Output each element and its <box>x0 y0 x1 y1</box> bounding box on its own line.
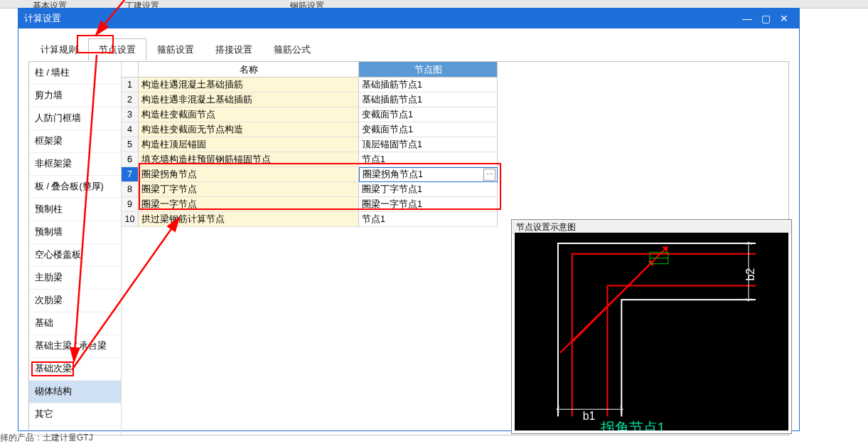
b2-label: b2 <box>744 268 756 281</box>
sidebar-item-secrib[interactable]: 次肋梁 <box>29 290 121 312</box>
sidebar-item-shearwall[interactable]: 剪力墙 <box>29 85 121 107</box>
sidebar-item-hollow-slab[interactable]: 空心楼盖板 <box>29 244 121 267</box>
sidebar-item-precast-wall[interactable]: 预制墙 <box>29 221 121 244</box>
sidebar-item-doorframe[interactable]: 人防门框墙 <box>29 107 121 130</box>
tab-stirrup-formula[interactable]: 箍筋公式 <box>263 38 321 61</box>
window-title: 计算设置 <box>24 12 738 25</box>
tab-calc-rules[interactable]: 计算规则 <box>30 38 88 61</box>
sidebar-item-framebeam[interactable]: 框架梁 <box>29 130 121 153</box>
table-row: 5构造柱顶层锚固顶层锚固节点1 <box>122 137 788 152</box>
sidebar-item-slab[interactable]: 板 / 叠合板(整厚) <box>29 176 121 199</box>
sidebar-item-mainrib[interactable]: 主肋梁 <box>29 267 121 290</box>
table-row: 2构造柱遇非混凝土基础插筋基础插筋节点1 <box>122 92 788 107</box>
col-name-header[interactable]: 名称 <box>139 62 359 78</box>
table-row: 8圈梁丁字节点圈梁丁字节点1 <box>122 182 788 197</box>
node-picker-cell[interactable]: 圈梁拐角节点1 <box>359 167 498 182</box>
sidebar-item-masonry[interactable]: 砌体结构 <box>29 381 121 403</box>
titlebar[interactable]: 计算设置 — ▢ ✕ <box>18 9 799 28</box>
table-row: 3构造柱变截面节点变截面节点1 <box>122 107 788 122</box>
table-row: 4构造柱变截面无节点构造变截面节点1 <box>122 122 788 137</box>
footer-text: 择的产品：土建计量GTJ <box>0 432 93 444</box>
table-row: 6填充墙构造柱预留钢筋锚固节点节点1 <box>122 152 788 167</box>
settings-tabs: 计算规则 节点设置 箍筋设置 搭接设置 箍筋公式 <box>30 38 799 61</box>
table-row: 1构造柱遇混凝土基础插筋基础插筋节点1 <box>122 78 788 92</box>
table-row: 9圈梁一字节点圈梁一字节点1 <box>122 197 788 212</box>
preview-caption: 拐角节点1 <box>600 420 665 430</box>
col-rowno <box>122 62 139 78</box>
sidebar-item-foundation-secbeam[interactable]: 基础次梁 <box>29 358 121 381</box>
col-node-header[interactable]: 节点图 <box>359 62 498 78</box>
maximize-icon[interactable]: ▢ <box>756 11 775 26</box>
preview-drawing[interactable]: b1 b2 拐角节点1 <box>515 233 788 430</box>
table-row-selected: 7圈梁拐角节点圈梁拐角节点1 <box>122 167 788 182</box>
sidebar-item-foundation-mainbeam[interactable]: 基础主梁 / 承台梁 <box>29 335 121 358</box>
b1-label: b1 <box>583 410 596 422</box>
sidebar-item-nonframebeam[interactable]: 非框架梁 <box>29 153 121 176</box>
category-sidebar: 柱 / 墙柱 剪力墙 人防门框墙 框架梁 非框架梁 板 / 叠合板(整厚) 预制… <box>29 62 122 435</box>
tab-lap-settings[interactable]: 搭接设置 <box>205 38 263 61</box>
close-icon[interactable]: ✕ <box>775 11 793 26</box>
tab-node-settings[interactable]: 节点设置 <box>88 38 146 61</box>
table-body: 1构造柱遇混凝土基础插筋基础插筋节点1 2构造柱遇非混凝土基础插筋基础插筋节点1… <box>122 78 788 227</box>
minimize-icon[interactable]: — <box>738 11 756 26</box>
tab-stirrup-settings[interactable]: 箍筋设置 <box>146 38 205 61</box>
sidebar-item-foundation[interactable]: 基础 <box>29 312 121 335</box>
sidebar-item-other[interactable]: 其它 <box>29 403 121 426</box>
sidebar-item-precast-col[interactable]: 预制柱 <box>29 199 121 221</box>
node-preview-panel: 节点设置示意图 <box>511 219 792 434</box>
sidebar-item-column[interactable]: 柱 / 墙柱 <box>29 62 121 85</box>
dialog-calc-settings: 计算设置 — ▢ ✕ 计算规则 节点设置 箍筋设置 搭接设置 箍筋公式 柱 / … <box>18 8 800 431</box>
